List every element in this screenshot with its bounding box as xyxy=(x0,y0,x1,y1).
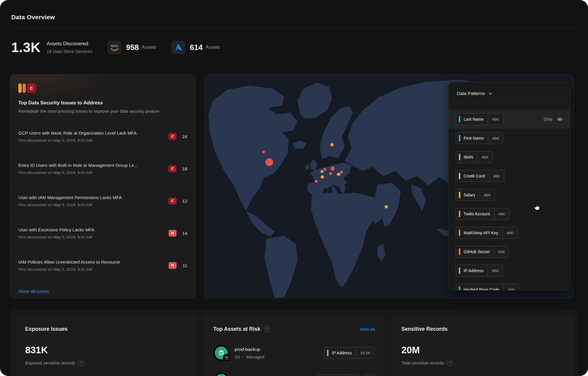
aws-icon: aws xyxy=(108,41,121,54)
severity-badge: C xyxy=(169,133,177,140)
pattern-label: Credit Card xyxy=(464,174,485,178)
help-icon[interactable]: ? xyxy=(446,360,453,366)
issue-discovered-date: First discovered on May 5, 2024, 9:01 AM xyxy=(18,170,138,175)
data-pattern-row[interactable]: Mailchimp API Key 46K xyxy=(448,223,570,242)
asset-row[interactable]: aws prod-backup S3 Managed IP Address 19… xyxy=(213,339,375,367)
data-pattern-chip[interactable]: GitHub Secret 46K xyxy=(456,246,509,258)
issue-count: 14 xyxy=(181,231,187,236)
aws-assets-value: 958 xyxy=(126,43,139,52)
issue-count: 18 xyxy=(181,166,187,171)
help-icon[interactable]: ? xyxy=(264,326,270,332)
data-patterns-list: Last Name 46K Only First Name 46K IBAN 4… xyxy=(448,104,570,291)
data-pattern-row[interactable]: First Name 46K xyxy=(448,129,570,148)
data-patterns-title: Data Patterns xyxy=(457,91,485,96)
top-issues-title: Top Data Security Issues to Address xyxy=(18,100,187,106)
provider-stat-aws: aws 958 Assets xyxy=(108,41,156,54)
data-pattern-chip[interactable]: IBAN 46K xyxy=(456,151,493,163)
pattern-color-bar xyxy=(459,248,460,255)
asset-pattern-chip[interactable] xyxy=(317,375,359,376)
data-pattern-row[interactable]: IP Address 46K xyxy=(448,261,570,280)
data-pattern-row[interactable]: GitHub Secret 46K xyxy=(448,242,570,261)
issue-title: User with Excessive Policy Lacks MFA xyxy=(18,227,94,232)
data-pattern-chip[interactable]: IP Address 46K xyxy=(456,265,503,277)
data-pattern-chip[interactable]: Hashed Pass Code 46K xyxy=(456,284,519,291)
asset-row[interactable]: aws credit-cards xyxy=(213,367,375,376)
data-pattern-chip[interactable]: Credit Card 46K xyxy=(456,170,504,182)
issue-row[interactable]: GCP Users with Basic Role at Organizatio… xyxy=(10,120,196,153)
issue-discovered-date: First discovered on May 5, 2024, 9:01 AM xyxy=(18,267,120,272)
data-pattern-chip[interactable]: Last Name 46K xyxy=(456,113,503,125)
severity-bar-salmon xyxy=(23,83,26,93)
only-filter-button[interactable]: Only xyxy=(544,117,552,122)
top-issues-subtitle: Remediate the most pressing issues to im… xyxy=(18,109,187,114)
data-pattern-row[interactable]: Twilio Account 46K xyxy=(448,204,570,223)
issue-title: User with IAM Management Permissions Lac… xyxy=(18,195,122,200)
pattern-label: Hashed Pass Code xyxy=(464,287,499,291)
data-pattern-chip[interactable]: Salary 46K xyxy=(456,189,495,201)
pattern-color-bar xyxy=(459,154,460,160)
azure-assets-label: Assets xyxy=(206,45,220,50)
issue-row[interactable]: User with IAM Management Permissions Lac… xyxy=(10,185,196,217)
aws-assets-label: Assets xyxy=(142,45,156,50)
view-all-link[interactable]: View all xyxy=(360,327,375,332)
pattern-count: 46K xyxy=(489,170,504,182)
data-pattern-row[interactable]: IBAN 46K xyxy=(448,148,570,167)
pattern-count: 46K xyxy=(488,114,503,125)
issue-row[interactable]: Entra ID Users with Built-In Role at Man… xyxy=(10,153,196,185)
issue-discovered-date: First discovered on May 5, 2024, 9:01 AM xyxy=(18,235,94,239)
pattern-count: 46K xyxy=(488,133,503,144)
aws-mini-badge-icon: aws xyxy=(223,354,231,362)
pattern-label: Mailchimp API Key xyxy=(464,230,498,235)
issue-row[interactable]: User with Excessive Policy Lacks MFA Fir… xyxy=(10,217,196,249)
issue-discovered-date: First discovered on May 5, 2024, 9:01 AM xyxy=(18,203,122,207)
exposure-issues-value: 831K xyxy=(25,345,187,356)
pattern-count: 46K xyxy=(480,189,495,201)
pattern-count: 46K xyxy=(502,227,517,238)
asset-pattern-chip[interactable]: IP Address 19.5K xyxy=(324,347,375,359)
page-title: Data Overview xyxy=(11,14,55,21)
data-pattern-chip[interactable]: Twilio Account 46K xyxy=(456,208,510,220)
severity-badge: C xyxy=(169,165,177,172)
map-marker xyxy=(262,151,265,154)
more-patterns-chip[interactable] xyxy=(363,375,375,376)
pattern-label: IBAN xyxy=(464,155,473,159)
data-pattern-row[interactable]: Hashed Pass Code 46K xyxy=(448,280,570,291)
issue-row[interactable]: IAM Policies Allow Unrestricted Access t… xyxy=(10,249,196,282)
assets-total-label: Assets Discovered xyxy=(47,41,92,47)
map-marker xyxy=(340,171,343,174)
data-pattern-chip[interactable]: Mailchimp API Key 46K xyxy=(456,227,518,239)
stats-row: 1.3K Assets Discovered 18 Data Store Ser… xyxy=(11,39,220,55)
asset-name: prod-backup xyxy=(235,347,264,352)
sensitive-records-title: Sensitive Records xyxy=(401,326,448,332)
pattern-label: GitHub Secret xyxy=(464,249,490,254)
data-patterns-dropdown[interactable]: Data Patterns xyxy=(448,82,570,104)
severity-bar-orange xyxy=(18,83,22,93)
severity-stack-icon: C xyxy=(18,83,187,93)
data-pattern-chip[interactable]: First Name 46K xyxy=(456,132,503,144)
show-all-issues-link[interactable]: Show all issues xyxy=(18,289,49,294)
eye-icon[interactable] xyxy=(557,116,563,122)
map-marker xyxy=(330,143,334,146)
pattern-label: Last Name xyxy=(464,117,484,122)
help-icon[interactable]: ? xyxy=(78,360,84,366)
data-pattern-row[interactable]: Credit Card 46K xyxy=(448,167,570,185)
map-marker xyxy=(315,180,318,183)
pattern-count: 19.5K xyxy=(356,347,374,359)
azure-icon xyxy=(172,41,185,54)
pattern-count: 46K xyxy=(488,265,503,276)
severity-badge: H xyxy=(169,262,177,269)
pattern-count xyxy=(350,375,358,376)
pattern-color-bar xyxy=(327,350,329,356)
pattern-count: 46K xyxy=(478,151,493,163)
pattern-count: 46K xyxy=(494,208,509,220)
data-pattern-row[interactable]: Salary 46K xyxy=(448,185,570,204)
map-marker xyxy=(321,170,323,173)
svg-text:aws: aws xyxy=(111,43,118,48)
exposure-issues-title: Exposure Issues xyxy=(25,326,68,332)
assets-total-value: 1.3K xyxy=(11,39,41,55)
header-divider xyxy=(11,28,577,28)
pattern-color-bar xyxy=(459,267,460,274)
data-pattern-row[interactable]: Last Name 46K Only xyxy=(448,110,570,129)
pattern-count: 46K xyxy=(494,246,509,257)
sensitive-records-caption: Total sensitive records xyxy=(401,361,444,365)
